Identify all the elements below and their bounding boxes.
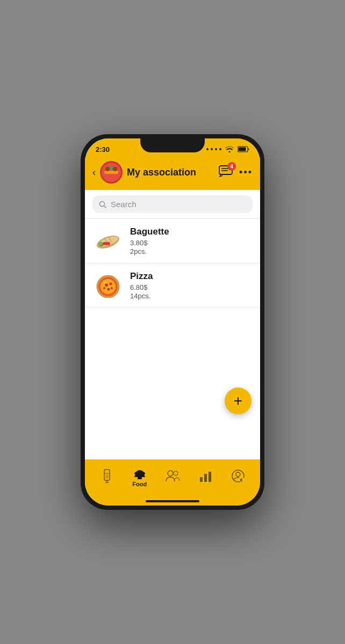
bottom-nav: Food [85,459,260,498]
notch [140,138,205,152]
svg-point-26 [110,283,112,286]
item-qty: 2pcs. [130,247,251,255]
nav-item-food[interactable]: Food [123,466,156,487]
svg-rect-35 [105,474,109,479]
header-right: 4 ••• [219,165,253,179]
svg-point-11 [100,201,105,206]
item-image-pizza [94,275,123,296]
battery-icon [238,146,249,152]
status-time: 2:30 [96,145,110,153]
account-icon: € [232,470,245,482]
signal-dot-3 [215,148,217,150]
content-area: Search [85,190,260,459]
avatar [100,161,123,184]
nav-label-food: Food [132,481,147,487]
signal-dot-2 [211,148,213,150]
svg-point-48 [236,472,240,477]
svg-point-43 [174,471,178,475]
item-price: 6.80$ [130,283,251,291]
svg-point-7 [110,166,113,170]
header-title: My association [127,167,196,178]
item-info-pizza: Pizza 6.80$ 14pcs. [130,271,251,300]
search-box[interactable]: Search [92,195,253,213]
svg-text:€: € [240,478,243,482]
add-item-button[interactable]: + [225,387,251,414]
nav-item-account[interactable]: € [222,470,255,484]
nav-item-people[interactable] [156,470,189,484]
item-qty: 14pcs. [130,292,251,300]
svg-point-19 [98,242,103,245]
notification-badge: 4 [227,162,236,171]
svg-rect-45 [204,474,207,482]
svg-rect-38 [134,472,145,474]
list-item[interactable]: Pizza 6.80$ 14pcs. [85,264,260,308]
item-name: Baguette [130,226,251,237]
signal-dot-4 [219,148,221,150]
item-info-baguette: Baguette 3.80$ 2pcs. [130,226,251,255]
svg-point-24 [100,279,116,294]
phone-shell: 2:30 [81,134,264,510]
drinks-icon [101,469,113,483]
header: ‹ My association [85,158,260,190]
nav-item-stats[interactable] [189,470,222,484]
svg-point-5 [105,167,110,171]
stats-icon [199,470,212,482]
svg-rect-21 [103,242,110,244]
search-container: Search [85,190,260,219]
svg-rect-1 [239,148,246,151]
phone-screen: 2:30 [85,138,260,506]
svg-rect-44 [200,477,203,482]
status-icons [206,146,249,152]
signal-dot-1 [206,148,209,150]
svg-point-31 [110,286,111,288]
home-indicator [85,498,260,506]
wifi-icon [225,146,234,152]
svg-rect-39 [135,474,145,476]
notification-wrapper[interactable]: 4 [219,165,233,179]
more-button[interactable]: ••• [239,167,253,178]
svg-point-30 [104,282,106,284]
svg-point-6 [113,167,117,171]
svg-rect-46 [209,472,211,482]
back-button[interactable]: ‹ [92,167,96,178]
svg-rect-4 [104,171,118,174]
food-icon [133,466,146,480]
item-price: 3.80$ [130,239,251,247]
item-name: Pizza [130,271,251,282]
svg-line-12 [104,206,106,208]
item-image-baguette [94,230,123,252]
nav-item-drinks[interactable] [90,469,123,484]
people-icon [165,470,180,482]
list-item[interactable]: Baguette 3.80$ 2pcs. [85,219,260,264]
svg-point-28 [103,287,105,289]
svg-rect-40 [134,476,145,477]
search-placeholder: Search [111,200,136,209]
search-icon [99,201,106,208]
items-list: Baguette 3.80$ 2pcs. [85,219,260,459]
svg-rect-41 [138,477,142,479]
svg-point-27 [107,288,110,291]
svg-point-42 [168,471,173,476]
svg-point-29 [111,287,113,289]
header-left: ‹ My association [92,161,196,184]
home-bar [146,500,199,502]
